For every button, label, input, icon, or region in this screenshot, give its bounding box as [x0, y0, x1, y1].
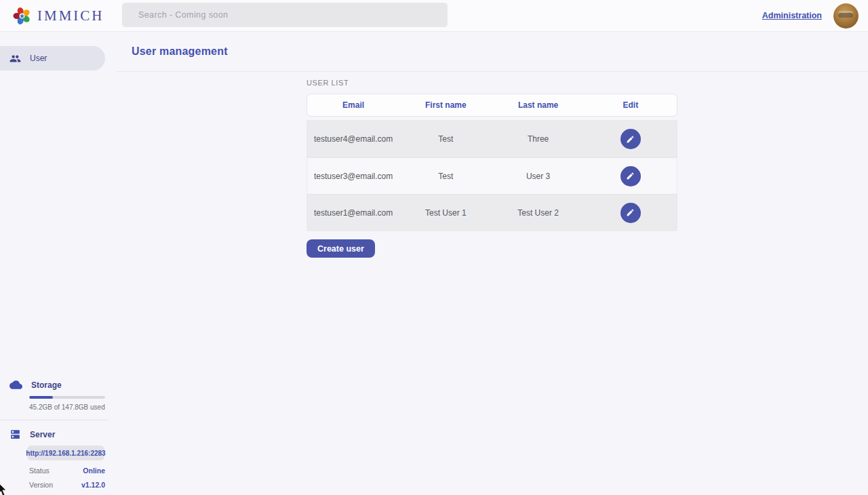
search-input[interactable]: [122, 3, 448, 27]
cell-last-name: Three: [492, 134, 585, 144]
main-area: User management USER LIST Email First na…: [116, 32, 868, 495]
user-list-label: USER LIST: [307, 79, 677, 87]
status-label: Status: [29, 467, 50, 475]
column-first-name: First name: [399, 100, 492, 110]
server-version-row: Version v1.12.0: [29, 481, 105, 489]
cloud-icon: [9, 378, 22, 391]
cell-first-name: Test User 1: [399, 208, 492, 218]
version-value: v1.12.0: [81, 481, 105, 489]
immich-logo[interactable]: IMMICH: [0, 6, 104, 26]
storage-header: Storage: [0, 378, 116, 391]
users-group-icon: [9, 53, 21, 64]
server-title: Server: [30, 430, 55, 439]
server-header: Server: [0, 429, 116, 440]
cell-last-name: User 3: [492, 172, 585, 181]
pencil-icon: [626, 172, 635, 180]
pencil-icon: [626, 135, 635, 144]
edit-user-button[interactable]: [620, 203, 641, 223]
cell-email: testuser3@email.com: [307, 172, 399, 181]
cell-first-name: Test: [399, 134, 492, 144]
status-value: Online: [83, 467, 105, 475]
server-status-row: Status Online: [29, 467, 105, 475]
user-table: testuser4@email.com Test Three: [307, 120, 677, 231]
table-row: testuser4@email.com Test Three: [307, 121, 677, 157]
column-last-name: Last name: [492, 100, 585, 110]
sidebar-footer: Storage 45.2GB of 147.8GB used Server ht…: [0, 378, 116, 495]
topbar-right: Administration: [762, 3, 868, 28]
edit-user-button[interactable]: [620, 166, 641, 186]
sidebar-item-user[interactable]: User: [0, 46, 105, 71]
server-url-badge: http://192.168.1.216:2283: [27, 446, 104, 460]
storage-progress-bar: [29, 396, 105, 399]
table-row: testuser1@email.com Test User 1 Test Use…: [307, 194, 677, 231]
sidebar-item-label: User: [30, 54, 47, 63]
administration-link[interactable]: Administration: [762, 11, 822, 20]
search-bar: [122, 3, 448, 27]
create-user-button[interactable]: Create user: [307, 239, 375, 258]
server-url: http://192.168.1.216:2283: [26, 450, 105, 457]
edit-user-button[interactable]: [620, 129, 641, 149]
top-bar: IMMICH Administration: [0, 0, 868, 32]
server-icon: [9, 429, 21, 440]
pencil-icon: [626, 208, 635, 217]
cell-email: testuser4@email.com: [307, 134, 399, 144]
user-avatar[interactable]: [833, 3, 859, 28]
storage-title: Storage: [31, 380, 62, 390]
sidebar: User Storage 45.2GB of 147.8GB used: [0, 32, 116, 495]
mouse-cursor: [0, 483, 9, 495]
page-header: User management: [116, 32, 868, 72]
storage-progress-fill: [29, 396, 53, 399]
page-title: User management: [132, 45, 228, 58]
cell-email: testuser1@email.com: [307, 208, 399, 218]
cell-first-name: Test: [399, 172, 492, 181]
brand-name: IMMICH: [37, 7, 104, 24]
immich-flower-icon: [12, 6, 32, 26]
version-label: Version: [29, 481, 53, 489]
sidebar-divider: [0, 420, 108, 420]
storage-usage-text: 45.2GB of 147.8GB used: [29, 403, 116, 411]
column-email: Email: [307, 100, 399, 110]
app-body: User Storage 45.2GB of 147.8GB used: [0, 32, 868, 495]
cell-last-name: Test User 2: [492, 208, 585, 218]
column-edit: Edit: [585, 100, 677, 110]
table-row: testuser3@email.com Test User 3: [307, 157, 677, 194]
table-header: Email First name Last name Edit: [307, 94, 677, 117]
content: USER LIST Email First name Last name Edi…: [116, 72, 868, 258]
